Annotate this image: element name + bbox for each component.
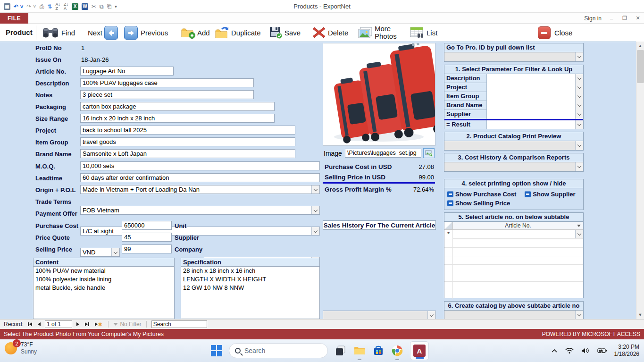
purchasecost-amount-input[interactable]: 650000 [122,221,172,230]
new-record-button[interactable]: ✱ [93,322,103,327]
field-label-project: Project [35,127,56,134]
chevron-down-icon[interactable] [311,185,319,194]
sellingprice-amount-input[interactable]: 99 [122,244,172,253]
file-explorer-button[interactable] [353,345,366,357]
sign-in-link[interactable]: Sign in [584,15,602,22]
scrollbar-thumb[interactable] [637,50,644,83]
store-button[interactable] [372,345,385,357]
filter-project-combo[interactable] [487,83,583,92]
table-row[interactable] [444,256,583,265]
add-folder-icon[interactable] [181,26,196,39]
save-icon[interactable] [269,26,283,39]
duplicate-button[interactable]: Duplicate [231,29,261,37]
articleno-input[interactable]: Luggage Art No [80,67,174,76]
start-button[interactable] [211,345,222,356]
description-input[interactable]: 100% PUAV luggages case [80,78,254,87]
sizerange-input[interactable]: 16 inch x 20 inch x 28 inch [80,114,275,123]
filter-supplier-combo[interactable] [487,110,583,119]
record-position-input[interactable]: 1 of 1 [45,320,72,328]
tradeterms-combo[interactable]: FOB Vietnam [80,206,320,215]
leadtime-input[interactable]: 60 days after order confirmation [80,173,320,182]
delete-icon[interactable] [312,26,326,39]
purchasecost-currency-combo[interactable]: VND [80,248,120,257]
new-record-row[interactable]: * [444,230,583,239]
save-button[interactable]: Save [284,29,301,37]
doc-minimize-button[interactable]: – [608,16,615,21]
chrome-button[interactable] [391,345,403,357]
itemgroup-input[interactable]: travel goods [80,137,295,146]
list-icon[interactable] [410,26,425,39]
taskbar-clock[interactable]: 3:20 PM 1/18/2026 [614,344,639,358]
moq-input[interactable]: 10,000 sets [80,161,320,170]
scroll-up-icon[interactable]: ▲ [637,43,643,48]
file-tab[interactable]: FILE [0,13,28,24]
table-row[interactable] [444,282,583,290]
origin-combo[interactable]: Made in Vietnam + Port of Loading Da Nan [80,185,320,194]
show-selling-price-checkbox[interactable] [447,200,453,206]
sales-history-combo[interactable] [323,311,436,320]
first-record-button[interactable] [26,322,33,326]
paymentoffer-combo[interactable]: L/C at sight [80,227,320,236]
article-no-column-header[interactable]: Article No. [453,222,583,229]
table-row[interactable] [444,273,583,282]
access-button[interactable]: A [410,341,429,360]
notes-input[interactable]: 3 piece set [80,90,254,99]
specification-box[interactable]: Specification 28 inch x 18 inch x 16 inc… [181,258,320,319]
content-box[interactable]: Content 100% PUAV new material 100% poly… [33,258,175,319]
volume-icon[interactable] [581,347,590,354]
no-filter-button[interactable]: No Filter [113,321,141,328]
cost-history-combo[interactable] [444,162,583,171]
filter-itemgroup-combo[interactable] [487,92,583,101]
binoculars-icon[interactable] [42,26,59,39]
filter-description-combo[interactable] [487,74,583,83]
doc-restore-button[interactable]: ❐ [621,15,628,21]
table-row[interactable] [444,265,583,273]
table-row[interactable] [444,290,583,299]
tray-chevron-icon[interactable] [551,348,558,353]
more-photos-button[interactable]: More [375,25,397,33]
table-row[interactable] [444,239,583,248]
chevron-down-icon[interactable] [311,227,319,235]
catalog-preview-combo[interactable] [444,141,583,150]
table-row[interactable] [444,248,583,256]
browse-photo-button[interactable] [423,148,435,158]
brandname-input[interactable]: Samsonite x Loft Japan [80,149,295,158]
record-search-input[interactable]: Search [151,320,207,328]
packaging-input[interactable]: carton box package [80,102,275,111]
close-record-icon[interactable] [538,26,551,39]
duplicate-folder-icon[interactable] [215,26,230,39]
article-no-combo[interactable] [453,230,583,239]
show-purchase-cost-checkbox[interactable] [447,191,453,197]
select-all-corner[interactable] [444,222,453,229]
article-column-header-row[interactable]: Article No. [444,222,583,230]
previous-record-button[interactable] [36,322,42,326]
goto-proid-combo[interactable] [444,52,583,61]
weather-widget[interactable]: 2 73°F Sunny [5,341,37,355]
next-button[interactable] [104,26,118,40]
battery-icon[interactable] [597,348,607,354]
last-record-button[interactable] [84,322,91,326]
list-button[interactable]: List [427,29,437,37]
next-record-button[interactable] [75,322,81,326]
vertical-scrollbar[interactable]: ▲ ▼ [636,42,644,319]
scroll-down-icon[interactable]: ▼ [637,312,643,317]
filter-brandname-combo[interactable] [487,101,583,110]
photos-icon[interactable] [358,26,373,39]
project-input[interactable]: back to school fall 2025 [80,126,295,135]
chevron-down-icon[interactable] [311,206,319,214]
find-button[interactable]: Find [61,29,75,37]
previous-button[interactable] [124,26,138,40]
pricequote-amount-input[interactable]: 45 [122,233,172,242]
create-catalog-combo[interactable] [444,311,583,320]
delete-button[interactable]: Delete [328,29,348,37]
product-tab[interactable]: Product [6,28,33,36]
close-button[interactable]: Close [554,29,572,37]
doc-close-button[interactable]: ✕ [635,15,641,21]
taskbar-search[interactable]: Search [229,343,328,358]
add-button[interactable]: Add [197,29,210,37]
image-path-input[interactable]: \Pictures\luggages_set.jpg [345,149,421,158]
result-combo[interactable] [487,120,583,129]
show-supplier-checkbox[interactable] [525,191,531,197]
wifi-icon[interactable] [565,347,574,354]
task-view-button[interactable] [335,345,347,357]
